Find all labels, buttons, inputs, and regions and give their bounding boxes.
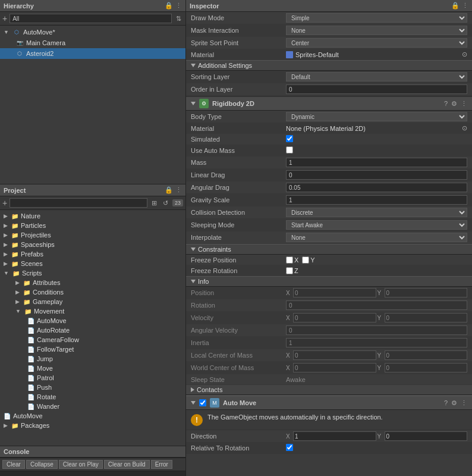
project-menu-icon[interactable]: ⋮	[175, 186, 182, 194]
velocity-x-input[interactable]	[293, 313, 376, 322]
automove-menu-icon[interactable]: ⋮	[461, 399, 467, 407]
mass-input[interactable]	[286, 158, 467, 167]
project-refresh-button[interactable]: ↺	[161, 199, 170, 208]
contacts-row[interactable]: Contacts	[186, 385, 472, 395]
automove-arrow[interactable]	[191, 401, 196, 405]
position-x-input[interactable]	[293, 288, 376, 298]
rigidbody2d-settings-icon[interactable]: ⚙	[451, 100, 457, 108]
sorting-layer-select[interactable]: Default	[286, 72, 467, 82]
body-type-select[interactable]: Dynamic	[286, 112, 467, 121]
proj-item-jump[interactable]: 📄 Jump	[0, 354, 185, 364]
simulated-checkbox[interactable]	[286, 135, 293, 142]
hierarchy-search-input[interactable]	[10, 14, 172, 23]
proj-item-nature[interactable]: ▶ 📁 Nature	[0, 211, 185, 221]
freeze-position-y-item[interactable]: Y	[302, 256, 314, 264]
freeze-position-x-item[interactable]: X	[286, 256, 298, 264]
hierarchy-add-button[interactable]: +	[2, 14, 7, 23]
freeze-position-x-checkbox[interactable]	[286, 256, 293, 264]
inertia-input[interactable]	[286, 338, 467, 347]
proj-item-attributes[interactable]: ▶ 📁 Attributes	[0, 278, 185, 287]
proj-item-rotate[interactable]: 📄 Rotate	[0, 392, 185, 402]
rigidbody2d-menu-icon[interactable]: ⋮	[461, 100, 467, 108]
physics-material-value[interactable]: None (Physics Material 2D) ⊙	[286, 124, 467, 132]
proj-item-autorotate[interactable]: 📄 AutoRotate	[0, 325, 185, 335]
material-target-icon[interactable]: ⊙	[462, 51, 467, 58]
proj-item-projectiles[interactable]: ▶ 📁 Projectiles	[0, 230, 185, 240]
proj-item-patrol[interactable]: 📄 Patrol	[0, 373, 185, 383]
inertia-row: Inertia	[186, 337, 472, 349]
project-grid-button[interactable]: ⊞	[150, 199, 159, 208]
info-section[interactable]: Info	[186, 276, 472, 287]
order-in-layer-input[interactable]	[286, 84, 467, 94]
draw-mode-value[interactable]: Simple	[286, 13, 467, 23]
gravity-scale-row: Gravity Scale	[186, 194, 472, 206]
proj-item-automove-file[interactable]: 📄 AutoMove	[0, 316, 185, 325]
additional-settings-section[interactable]: Additional Settings	[186, 60, 472, 71]
physics-material-row: Material None (Physics Material 2D) ⊙	[186, 123, 472, 134]
direction-x-input[interactable]	[293, 431, 376, 441]
interpolate-select[interactable]: None	[286, 233, 467, 242]
local-center-mass-x-input[interactable]	[293, 350, 376, 360]
hierarchy-menu-icon[interactable]: ⋮	[175, 2, 182, 10]
physics-material-target-icon[interactable]: ⊙	[462, 124, 467, 132]
proj-item-move[interactable]: 📄 Move	[0, 364, 185, 373]
freeze-rotation-z-item[interactable]: Z	[286, 267, 298, 274]
console-clear-button[interactable]: Clear	[2, 460, 25, 469]
hierarchy-sort-button[interactable]: ⇅	[174, 14, 183, 23]
proj-item-push[interactable]: 📄 Push	[0, 383, 185, 392]
local-center-mass-y-input[interactable]	[385, 350, 468, 360]
proj-item-gameplay[interactable]: ▶ 📁 Gameplay	[0, 297, 185, 306]
console-error-button[interactable]: Error	[151, 460, 172, 469]
gravity-scale-input[interactable]	[286, 195, 467, 205]
project-search-input[interactable]	[10, 198, 147, 208]
inspector-menu-icon[interactable]: ⋮	[462, 2, 468, 10]
mask-interaction-select[interactable]: None	[286, 26, 467, 35]
rigidbody2d-help-icon[interactable]: ?	[444, 100, 448, 108]
proj-item-wander[interactable]: 📄 Wander	[0, 402, 185, 411]
projectiles-arrow: ▶	[4, 232, 8, 238]
material-value-container[interactable]: Sprites-Default ⊙	[286, 51, 467, 58]
constraints-section[interactable]: Constraints	[186, 244, 472, 255]
hierarchy-item-automove[interactable]: ▼ ⬡ AutoMove*	[0, 27, 185, 37]
automove-icon: M	[210, 398, 219, 408]
proj-item-particles[interactable]: ▶ 📁 Particles	[0, 221, 185, 230]
relative-to-rotation-checkbox[interactable]	[286, 444, 293, 451]
console-clear-on-play-button[interactable]: Clear on Play	[59, 460, 103, 469]
freeze-rotation-z-checkbox[interactable]	[286, 267, 293, 274]
angular-drag-input[interactable]	[286, 183, 467, 192]
proj-item-packages[interactable]: ▶ 📁 Packages	[0, 421, 185, 430]
proj-item-followtarget[interactable]: 📄 FollowTarget	[0, 345, 185, 354]
console-collapse-button[interactable]: Collapse	[26, 460, 58, 469]
proj-item-scripts[interactable]: ▼ 📁 Scripts	[0, 268, 185, 278]
position-y-input[interactable]	[385, 288, 468, 298]
direction-y-input[interactable]	[385, 431, 468, 441]
collision-detection-select[interactable]: Discrete	[286, 208, 467, 217]
proj-item-scenes[interactable]: ▶ 📁 Scenes	[0, 259, 185, 268]
rotation-input[interactable]	[286, 300, 467, 310]
world-center-mass-y-input[interactable]	[385, 363, 468, 372]
freeze-position-y-checkbox[interactable]	[302, 256, 309, 264]
proj-item-movement[interactable]: ▼ 📁 Movement	[0, 306, 185, 316]
use-auto-mass-checkbox[interactable]	[286, 146, 293, 154]
angular-velocity-input[interactable]	[286, 325, 467, 335]
proj-item-automove-root[interactable]: 📄 AutoMove	[0, 411, 185, 421]
world-center-mass-x-input[interactable]	[293, 363, 376, 372]
project-add-button[interactable]: +	[2, 198, 7, 208]
rigidbody2d-arrow[interactable]	[191, 102, 196, 105]
console-clear-on-build-button[interactable]: Clear on Build	[104, 460, 150, 469]
proj-item-conditions[interactable]: ▶ 📁 Conditions	[0, 287, 185, 297]
velocity-y-input[interactable]	[385, 313, 468, 322]
hierarchy-item-asteroid2[interactable]: ⬡ Asteroid2	[0, 48, 185, 59]
automove-settings-icon[interactable]: ⚙	[451, 399, 457, 407]
sleeping-mode-select[interactable]: Start Awake	[286, 220, 467, 230]
draw-mode-select[interactable]: Simple	[286, 13, 467, 23]
automove-enabled-checkbox[interactable]	[199, 399, 206, 406]
linear-drag-input[interactable]	[286, 170, 467, 180]
proj-item-spaceships[interactable]: ▶ 📁 Spaceships	[0, 240, 185, 249]
sprite-sort-point-select[interactable]: Center	[286, 38, 467, 48]
hier-label-maincamera: Main Camera	[26, 39, 65, 46]
automove-help-icon[interactable]: ?	[444, 399, 448, 407]
proj-item-camerafollow[interactable]: 📄 CameraFollow	[0, 335, 185, 345]
hierarchy-item-maincamera[interactable]: 📷 Main Camera	[0, 37, 185, 48]
proj-item-prefabs[interactable]: ▶ 📁 Prefabs	[0, 249, 185, 259]
